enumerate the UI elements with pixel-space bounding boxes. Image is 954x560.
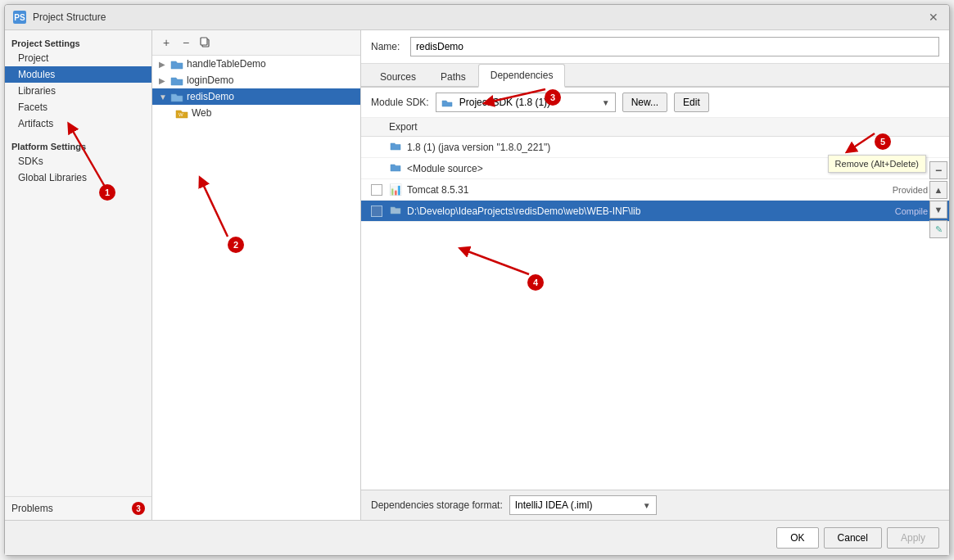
svg-rect-1 [201,38,207,45]
dep-row-lib[interactable]: D:\Develop\IdeaProjects\redisDemo\web\WE… [361,201,949,222]
copy-button[interactable] [197,34,215,52]
tree-label-redisDemo: redisDemo [187,91,234,102]
sidebar-item-modules[interactable]: Modules [5,66,151,83]
sidebar-item-project[interactable]: Project [5,50,151,66]
module-sdk-label: Module SDK: [371,97,429,108]
sdk-dropdown-arrow: ▼ [602,98,610,107]
lib-checkbox[interactable] [371,205,382,217]
dep-table-body: 1.8 (1) (java version "1.8.0_221") <Modu… [361,137,949,490]
tab-paths[interactable]: Paths [428,65,478,88]
sdk-value: Project SDK (1.8 (1)) [459,97,550,108]
dialog-footer: OK Cancel Apply [5,520,949,555]
sidebar-item-libraries[interactable]: Libraries [5,83,151,99]
storage-label: Dependencies storage format: [371,499,503,511]
edit-button[interactable]: Edit [674,93,709,112]
sidebar-item-facets[interactable]: Facets [5,99,151,115]
tomcat-checkbox[interactable] [371,184,382,196]
close-button[interactable]: ✕ [926,10,941,25]
folder-icon-2 [389,163,402,174]
problems-badge: 3 [132,502,145,515]
minus-button[interactable]: − [929,161,947,179]
name-row: Name: [361,30,949,64]
platform-settings-header: Platform Settings [5,137,151,153]
tab-dependencies[interactable]: Dependencies [478,64,566,88]
tomcat-icon: 📊 [389,183,402,196]
storage-dropdown-arrow: ▼ [643,501,651,510]
app-icon: PS [13,11,26,24]
add-button[interactable]: + [157,34,175,52]
apply-button[interactable]: Apply [887,527,939,549]
tab-sources[interactable]: Sources [368,65,428,88]
dep-name-jdk: 1.8 (1) (java version "1.8.0_221") [407,142,939,153]
sidebar-item-artifacts[interactable]: Artifacts [5,115,151,132]
sidebar-item-global-libraries[interactable]: Global Libraries [5,169,151,186]
tree-item-web[interactable]: W Web [152,105,360,121]
dep-row-tomcat[interactable]: 📊 Tomcat 8.5.31 Provided ▼ [361,179,949,201]
sidebar-item-problems[interactable]: Problems 3 [5,496,151,520]
name-input[interactable] [410,37,939,56]
dep-table-header: Export [361,118,949,137]
sidebar-item-sdks[interactable]: SDKs [5,153,151,169]
remove-tooltip: Remove (Alt+Delete) [828,155,926,173]
tree-item-handleTableDemo[interactable]: ▶ handleTableDemo [152,56,360,72]
right-panel: Name: Sources Paths Dependencies Module … [361,30,949,520]
folder-icon [389,142,402,152]
tree-item-redisDemo[interactable]: ▼ redisDemo [152,88,360,105]
tree-label-web: Web [192,107,211,119]
edit-entry-button[interactable]: ✎ [929,220,947,238]
cancel-button[interactable]: Cancel [824,527,882,549]
tabs-row: Sources Paths Dependencies [361,64,949,88]
remove-button[interactable]: − [177,34,195,52]
sdk-dropdown[interactable]: Project SDK (1.8 (1)) ▼ [436,93,616,112]
dep-name-lib: D:\Develop\IdeaProjects\redisDemo\web\WE… [407,205,895,217]
svg-text:W: W [179,112,183,117]
new-button[interactable]: New... [622,93,667,112]
titlebar: PS Project Structure ✕ [5,5,949,30]
side-actions: − ▲ ▼ ✎ [928,30,949,520]
sidebar: Project Settings Project Modules Librari… [5,30,152,520]
down-button[interactable]: ▼ [929,201,947,219]
up-button[interactable]: ▲ [929,181,947,199]
storage-dropdown[interactable]: IntelliJ IDEA (.iml) ▼ [509,495,657,515]
lib-folder-icon [389,205,402,216]
name-label: Name: [371,41,404,52]
tree-toolbar: + − [152,30,360,56]
export-column-header: Export [389,121,418,133]
storage-format-row: Dependencies storage format: IntelliJ ID… [361,490,949,520]
sdk-row: Module SDK: Project SDK (1.8 (1)) ▼ New.… [361,88,949,118]
module-tree: + − ▶ handleTableDemo [152,30,361,520]
dialog-title: Project Structure [33,11,106,23]
problems-label: Problems [11,503,53,514]
project-settings-header: Project Settings [5,34,151,50]
dep-name-tomcat: Tomcat 8.5.31 [407,184,893,196]
tree-label-loginDemo: loginDemo [187,75,233,86]
ok-button[interactable]: OK [776,527,818,549]
storage-value: IntelliJ IDEA (.iml) [515,499,593,511]
tree-item-loginDemo[interactable]: ▶ loginDemo [152,72,360,88]
tree-label-handleTableDemo: handleTableDemo [187,58,266,70]
